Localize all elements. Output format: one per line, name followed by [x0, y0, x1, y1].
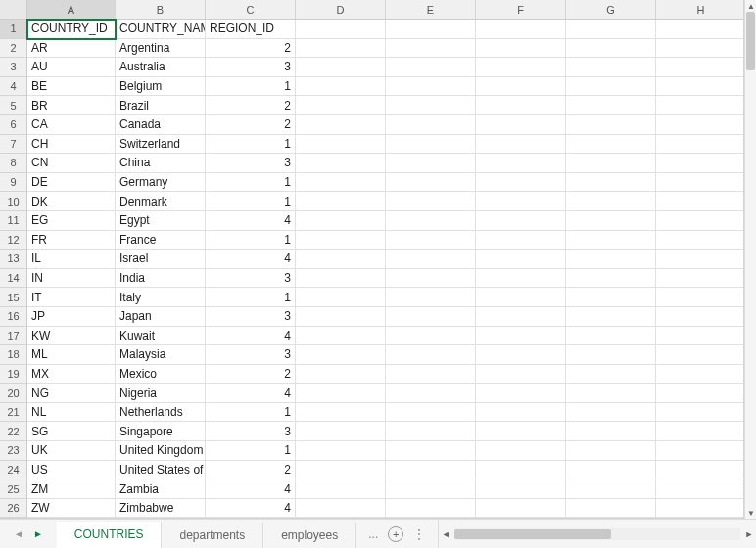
cell-H2[interactable]	[656, 39, 744, 59]
row-header-16[interactable]: 16	[0, 307, 27, 327]
row-header-3[interactable]: 3	[0, 58, 27, 77]
cell-F11[interactable]	[476, 211, 566, 231]
cell-H15[interactable]	[656, 288, 744, 307]
col-header-E[interactable]: E	[386, 0, 476, 20]
row-header-15[interactable]: 15	[0, 288, 27, 307]
row-header-1[interactable]: 1	[0, 20, 27, 39]
cell-C24[interactable]: 2	[206, 461, 296, 480]
cell-B18[interactable]: Malaysia	[116, 345, 206, 365]
cell-E14[interactable]	[386, 269, 476, 289]
cell-A13[interactable]: IL	[27, 250, 116, 269]
cell-B3[interactable]: Australia	[116, 58, 206, 77]
cell-D13[interactable]	[296, 250, 386, 269]
cell-E23[interactable]	[386, 441, 476, 461]
cell-G1[interactable]	[566, 20, 656, 39]
cell-D24[interactable]	[296, 461, 386, 480]
cell-B23[interactable]: United Kingdom	[116, 441, 206, 461]
cell-C20[interactable]: 4	[206, 384, 296, 403]
cell-F16[interactable]	[476, 307, 566, 327]
add-sheet-icon[interactable]: +	[388, 526, 403, 542]
cell-F2[interactable]	[476, 39, 566, 59]
cell-F20[interactable]	[476, 384, 566, 403]
scroll-left-arrow[interactable]: ◄	[439, 529, 452, 539]
cell-A17[interactable]: KW	[27, 327, 116, 346]
cell-F23[interactable]	[476, 441, 566, 461]
row-header-7[interactable]: 7	[0, 135, 27, 155]
cell-H7[interactable]	[656, 135, 744, 155]
cell-E7[interactable]	[386, 135, 476, 155]
cell-E10[interactable]	[386, 192, 476, 211]
cell-A20[interactable]: NG	[27, 384, 116, 403]
col-header-F[interactable]: F	[476, 0, 566, 20]
cell-F15[interactable]	[476, 288, 566, 307]
cell-H13[interactable]	[656, 250, 744, 269]
cell-C22[interactable]: 3	[206, 422, 296, 441]
cell-G5[interactable]	[566, 96, 656, 115]
cell-E13[interactable]	[386, 250, 476, 269]
cell-B11[interactable]: Egypt	[116, 211, 206, 231]
cell-F5[interactable]	[476, 96, 566, 115]
cell-C7[interactable]: 1	[206, 135, 296, 155]
cell-E25[interactable]	[386, 480, 476, 499]
cell-C19[interactable]: 2	[206, 365, 296, 385]
cell-A2[interactable]: AR	[27, 39, 116, 59]
cell-C15[interactable]: 1	[206, 288, 296, 307]
hscroll-track[interactable]	[454, 528, 740, 540]
cell-F4[interactable]	[476, 77, 566, 97]
cell-A25[interactable]: ZM	[27, 480, 116, 499]
cell-F12[interactable]	[476, 231, 566, 251]
cell-F24[interactable]	[476, 461, 566, 480]
cell-G19[interactable]	[566, 365, 656, 385]
vertical-scrollbar[interactable]: ▲ ▼	[744, 0, 756, 519]
cell-D26[interactable]	[296, 499, 386, 519]
scroll-right-arrow[interactable]: ►	[742, 529, 756, 539]
cell-G14[interactable]	[566, 269, 656, 289]
row-header-2[interactable]: 2	[0, 39, 27, 59]
cell-F3[interactable]	[476, 58, 566, 77]
cell-B5[interactable]: Brazil	[116, 96, 206, 115]
cell-H22[interactable]	[656, 422, 744, 441]
col-header-A[interactable]: A	[27, 0, 116, 20]
cell-C16[interactable]: 3	[206, 307, 296, 327]
cell-G10[interactable]	[566, 192, 656, 211]
row-header-20[interactable]: 20	[0, 384, 27, 403]
cell-D20[interactable]	[296, 384, 386, 403]
cell-D9[interactable]	[296, 173, 386, 193]
horizontal-scrollbar[interactable]: ◄ ►	[438, 520, 756, 548]
cell-A15[interactable]: IT	[27, 288, 116, 307]
cell-G18[interactable]	[566, 345, 656, 365]
cell-D6[interactable]	[296, 115, 386, 135]
cell-D5[interactable]	[296, 96, 386, 115]
cell-C8[interactable]: 3	[206, 154, 296, 173]
cell-C6[interactable]: 2	[206, 115, 296, 135]
cell-H16[interactable]	[656, 307, 744, 327]
cell-E15[interactable]	[386, 288, 476, 307]
cell-A3[interactable]: AU	[27, 58, 116, 77]
cell-G3[interactable]	[566, 58, 656, 77]
cell-C3[interactable]: 3	[206, 58, 296, 77]
cell-E8[interactable]	[386, 154, 476, 173]
cell-B6[interactable]: Canada	[116, 115, 206, 135]
col-header-G[interactable]: G	[566, 0, 656, 20]
row-header-26[interactable]: 26	[0, 499, 27, 519]
cell-E3[interactable]	[386, 58, 476, 77]
row-header-4[interactable]: 4	[0, 77, 27, 97]
tab-menu-icon[interactable]: ⋮	[413, 527, 426, 541]
cell-C1[interactable]: REGION_ID	[206, 20, 296, 39]
cell-H11[interactable]	[656, 211, 744, 231]
cell-A16[interactable]: JP	[27, 307, 116, 327]
cell-C12[interactable]: 1	[206, 231, 296, 251]
cell-F17[interactable]	[476, 327, 566, 346]
col-header-B[interactable]: B	[116, 0, 206, 20]
sheet-tab-countries[interactable]: COUNTRIES	[57, 522, 163, 548]
cell-B9[interactable]: Germany	[116, 173, 206, 193]
cell-B14[interactable]: India	[116, 269, 206, 289]
cell-B19[interactable]: Mexico	[116, 365, 206, 385]
col-header-D[interactable]: D	[296, 0, 386, 20]
cell-G21[interactable]	[566, 403, 656, 423]
cell-A24[interactable]: US	[27, 461, 116, 480]
row-header-24[interactable]: 24	[0, 461, 27, 480]
cell-C4[interactable]: 1	[206, 77, 296, 97]
cell-D14[interactable]	[296, 269, 386, 289]
cell-H12[interactable]	[656, 231, 744, 251]
